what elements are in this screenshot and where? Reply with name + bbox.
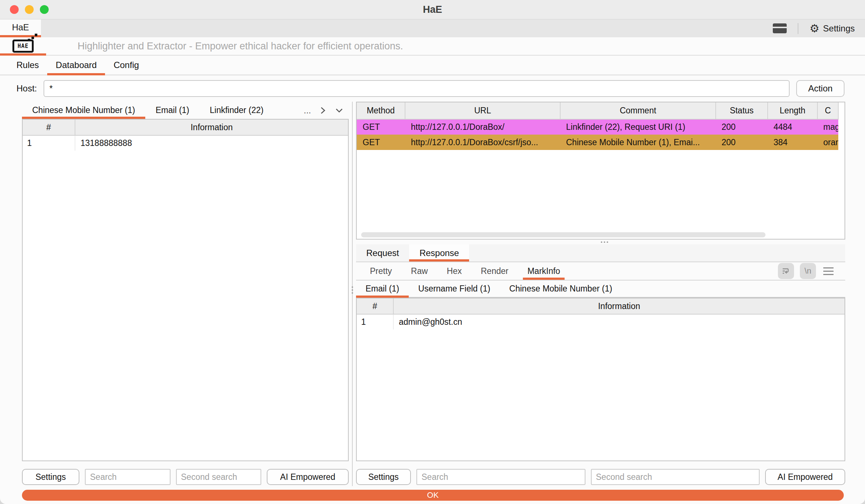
chevron-right-icon[interactable] (320, 106, 326, 115)
horizontal-scrollbar[interactable] (357, 231, 845, 239)
extract-type-tab[interactable]: Chinese Mobile Number (1) (22, 102, 145, 119)
table-row[interactable]: 1 admin@gh0st.cn (357, 314, 845, 330)
request-row[interactable]: GET http://127.0.0.1/DoraBox/csrf/jso...… (357, 135, 838, 150)
host-input[interactable] (44, 80, 790, 97)
requests-column-header[interactable]: C (817, 102, 838, 119)
cell-status: 200 (716, 119, 768, 135)
cell-status: 200 (716, 135, 768, 150)
hae-logo-icon: HAE (12, 40, 34, 53)
cell-method: GET (357, 119, 405, 135)
newline-icon[interactable]: \n (800, 263, 816, 279)
viewer-mode-tab[interactable]: Pretty (360, 262, 401, 280)
cell-comment: Chinese Mobile Number (1), Emai... (560, 135, 716, 150)
scrollbar-thumb[interactable] (361, 232, 765, 237)
divider (798, 23, 798, 34)
ai-empowered-button[interactable]: AI Empowered (765, 469, 845, 485)
minimize-icon[interactable] (25, 5, 34, 14)
search-input[interactable] (85, 469, 171, 485)
cell-length: 4484 (768, 119, 817, 135)
column-header-information[interactable]: Information (393, 298, 845, 314)
tab-hae-label: HaE (12, 22, 29, 33)
markinfo-table: # Information 1 admin@gh0st.cn (357, 298, 845, 330)
left-info-table-panel: # Information 1 13188888888 (22, 119, 349, 461)
main-content: Chinese Mobile Number (1) Email (1) Link… (0, 102, 865, 486)
action-button[interactable]: Action (796, 80, 845, 97)
viewer-mode-tab[interactable]: Render (471, 262, 518, 280)
column-header-information[interactable]: Information (75, 120, 348, 135)
settings-button[interactable]: Settings (356, 469, 411, 485)
requests-column-header[interactable]: Length (768, 102, 817, 119)
traffic-lights (10, 0, 49, 19)
tab-strip-controls: ⚙ Settings (773, 19, 865, 37)
banner: HAE Highlighter and Extractor - Empower … (0, 37, 865, 56)
ok-status-bar[interactable]: OK (22, 490, 844, 501)
cell-color: mag (817, 119, 838, 135)
host-bar: Host: Action (0, 75, 865, 102)
cell-method: GET (357, 135, 405, 150)
settings-label: Settings (823, 23, 855, 34)
requests-column-header[interactable]: Method (357, 102, 405, 119)
settings-button[interactable]: Settings (22, 469, 79, 485)
markinfo-tab[interactable]: Email (1) (356, 281, 409, 297)
markinfo-tabs: Email (1) Username Field (1) Chinese Mob… (356, 281, 845, 298)
requests-table-panel: MethodURLCommentStatusLengthC GET http:/… (356, 102, 845, 240)
menu-icon[interactable] (822, 267, 835, 275)
extract-type-tab[interactable]: Linkfinder (22) (199, 102, 274, 119)
left-info-table: # Information 1 13188888888 (23, 120, 348, 151)
section-tab[interactable]: Rules (8, 56, 47, 75)
requests-column-header[interactable]: Comment (560, 102, 716, 119)
markinfo-table-panel: # Information 1 admin@gh0st.cn (356, 298, 845, 461)
second-search-input[interactable] (176, 469, 262, 485)
section-tab[interactable]: Config (105, 56, 147, 75)
requests-table: MethodURLCommentStatusLengthC GET http:/… (357, 102, 839, 150)
section-tabs: Rules Databoard Config (0, 56, 865, 75)
hae-logo-tab[interactable]: HAE (0, 37, 46, 55)
markinfo-tab[interactable]: Username Field (1) (409, 281, 500, 297)
host-label: Host: (16, 83, 37, 94)
gear-icon: ⚙ (809, 23, 819, 34)
markinfo-tab[interactable]: Chinese Mobile Number (1) (500, 281, 622, 297)
viewer-mode-tab[interactable]: Raw (401, 262, 437, 280)
column-header-index[interactable]: # (357, 298, 393, 314)
requests-table-empty-area (357, 150, 845, 231)
chevron-down-icon[interactable] (335, 107, 344, 113)
viewer-tab[interactable]: Request (356, 244, 409, 262)
requests-column-header[interactable]: URL (405, 102, 560, 119)
viewer-mode-tab[interactable]: MarkInfo (518, 262, 569, 280)
cell-url: http://127.0.0.1/DoraBox/csrf/jso... (405, 135, 560, 150)
splitter-handle-icon (352, 286, 353, 288)
vertical-splitter[interactable] (349, 102, 356, 486)
message-viewer-tabs: Request Response (356, 244, 845, 262)
macos-titlebar: HaE (0, 0, 865, 19)
column-header-index[interactable]: # (23, 120, 75, 135)
request-row[interactable]: GET http://127.0.0.1/DoraBox/ Linkfinder… (357, 119, 838, 135)
zoom-icon[interactable] (40, 5, 49, 14)
slogan-text: Highlighter and Extractor - Empower ethi… (78, 41, 403, 52)
databoard-right-panel: MethodURLCommentStatusLengthC GET http:/… (356, 102, 845, 486)
cell-color: oran (817, 135, 838, 150)
databoard-left-panel: Chinese Mobile Number (1) Email (1) Link… (22, 102, 349, 486)
close-icon[interactable] (10, 5, 19, 14)
requests-column-header[interactable]: Status (716, 102, 768, 119)
viewer-tab[interactable]: Response (409, 244, 469, 262)
search-input[interactable] (416, 469, 585, 485)
splitter-handle-icon (601, 241, 602, 243)
viewer-mode-tab[interactable]: Hex (437, 262, 471, 280)
cell-length: 384 (768, 135, 817, 150)
settings-button[interactable]: ⚙ Settings (809, 23, 855, 34)
extract-type-tab[interactable]: Email (1) (145, 102, 199, 119)
dock-layout-icon[interactable] (773, 23, 787, 33)
section-tab[interactable]: Databoard (47, 56, 105, 75)
ai-empowered-button[interactable]: AI Empowered (267, 469, 349, 485)
horizontal-splitter[interactable] (356, 240, 845, 244)
tab-ellipsis[interactable]: ... (304, 105, 311, 116)
tab-overflow-controls: ... (304, 102, 349, 119)
viewer-mode-icons: \n (778, 263, 841, 279)
second-search-input[interactable] (591, 469, 760, 485)
table-row[interactable]: 1 13188888888 (23, 135, 348, 151)
right-panel-footer: Settings AI Empowered (356, 461, 845, 486)
extract-type-tabs: Chinese Mobile Number (1) Email (1) Link… (22, 102, 349, 119)
tab-hae[interactable]: HaE (0, 19, 41, 37)
hae-window: HaE HaE ⚙ Settings HAE Highlighter and E… (0, 0, 865, 504)
soft-wrap-icon[interactable] (778, 263, 794, 279)
